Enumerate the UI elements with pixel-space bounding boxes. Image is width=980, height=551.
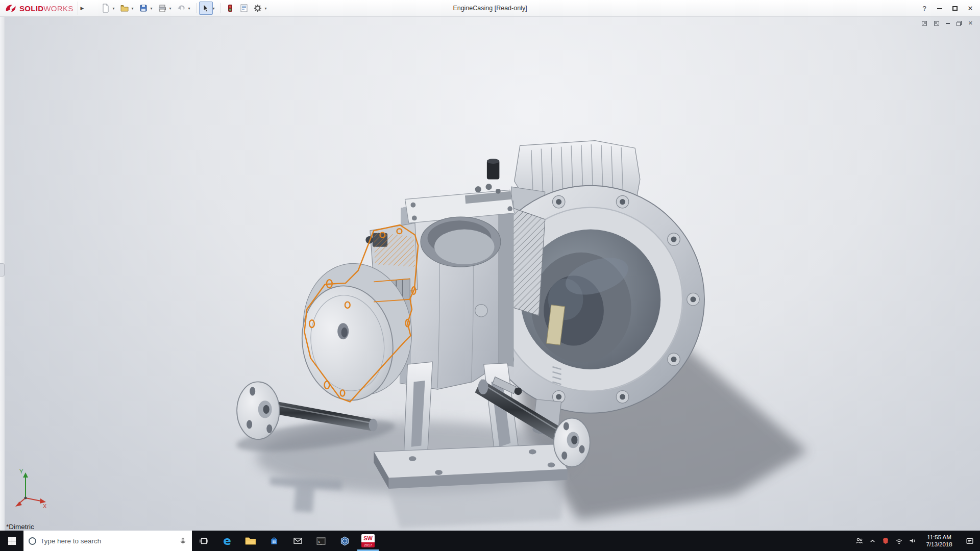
speaker-icon (909, 537, 916, 544)
windows-logo-icon (8, 537, 16, 545)
new-document-button[interactable] (99, 2, 113, 15)
solidworks-brand: SOLIDWORKS (0, 3, 76, 13)
volume-tray-button[interactable] (905, 531, 919, 551)
select-tool-dropdown[interactable]: ▾ (213, 6, 215, 11)
new-document-dropdown[interactable]: ▾ (113, 6, 115, 11)
help-button[interactable]: ? (917, 0, 932, 16)
brand-text-light: WORKS (43, 4, 73, 13)
windows-taskbar: e >_ (0, 531, 980, 551)
maximize-icon (952, 6, 958, 11)
file-explorer-button[interactable] (239, 531, 262, 551)
solidworks-app-button[interactable]: SW 2017 (356, 531, 380, 551)
minimize-icon (937, 8, 942, 9)
wifi-icon (895, 538, 903, 544)
window-controls: ? ✕ (917, 0, 978, 16)
maximize-button[interactable] (947, 0, 963, 16)
close-button[interactable]: ✕ (963, 0, 978, 16)
solidworks-title-bar: SOLIDWORKS ▶ ▾ ▾ ▾ (0, 0, 980, 17)
open-dropdown[interactable]: ▾ (132, 6, 134, 11)
save-dropdown[interactable]: ▾ (151, 6, 153, 11)
doc-pane-right-button[interactable] (934, 20, 940, 27)
mail-app-button[interactable] (286, 531, 309, 551)
solidworks-icon-year: 2017 (361, 542, 375, 547)
doc-close-button[interactable]: ✕ (968, 20, 973, 27)
open-folder-icon (120, 4, 129, 13)
security-tray-button[interactable] (879, 531, 892, 551)
graphics-area[interactable]: ✕ (0, 17, 980, 531)
doc-minimize-button[interactable] (946, 23, 950, 24)
open-button[interactable] (118, 2, 132, 15)
action-center-button[interactable] (960, 531, 980, 551)
featuremanager-expand-tab[interactable] (0, 263, 5, 277)
triad-x-label: X (43, 503, 47, 509)
new-document-icon (101, 4, 110, 13)
clock-date: 7/13/2018 (926, 541, 952, 548)
save-button[interactable] (137, 2, 151, 15)
rebuild-button[interactable] (224, 2, 237, 15)
print-dropdown[interactable]: ▾ (169, 6, 172, 11)
edge-icon: e (223, 535, 231, 547)
edrawings-button[interactable] (333, 531, 356, 551)
hexagon-app-icon (340, 536, 350, 546)
network-tray-button[interactable] (892, 531, 905, 551)
document-window-controls: ✕ (921, 20, 973, 27)
microsoft-store-button[interactable] (262, 531, 286, 551)
menu-flyout-button[interactable]: ▶ (78, 2, 87, 15)
action-center-icon (966, 537, 974, 545)
rebuild-stoplight-icon (226, 4, 235, 13)
command-prompt-button[interactable]: >_ (309, 531, 333, 551)
system-tray: 11:55 AM 7/13/2018 (852, 531, 980, 551)
dassault-systemes-logo-icon (4, 3, 17, 13)
toolbar-separator (220, 3, 221, 13)
clock-time: 11:55 AM (927, 534, 951, 541)
view-orientation-label: *Dimetric (6, 523, 34, 531)
command-prompt-icon: >_ (316, 537, 326, 545)
mail-icon (293, 537, 303, 545)
options-button[interactable] (251, 2, 265, 15)
select-tool-button[interactable] (199, 2, 213, 15)
engine-casing-model[interactable] (0, 17, 980, 531)
save-icon (139, 4, 148, 13)
doc-minimize-icon (946, 23, 950, 24)
options-dropdown[interactable]: ▾ (265, 6, 267, 11)
select-cursor-icon (201, 4, 210, 13)
print-button[interactable] (156, 2, 169, 15)
people-icon (855, 537, 863, 544)
doc-restore-button[interactable] (956, 20, 962, 27)
triad-y-label: Y (19, 468, 23, 474)
print-icon (158, 4, 167, 13)
toolbar-separator (196, 3, 197, 13)
taskbar-search[interactable] (23, 531, 192, 551)
standard-toolbar: ▾ ▾ ▾ ▾ (99, 0, 270, 16)
orientation-triad[interactable]: Y X (9, 466, 52, 509)
taskbar-search-input[interactable] (40, 537, 175, 545)
shield-icon (882, 537, 889, 544)
task-view-icon (200, 537, 208, 545)
cortana-icon (29, 537, 36, 545)
taskbar-clock[interactable]: 11:55 AM 7/13/2018 (919, 531, 960, 551)
file-properties-icon (239, 4, 249, 13)
doc-pane-left-button[interactable] (921, 20, 927, 27)
task-view-button[interactable] (192, 531, 215, 551)
brand-text-bold: SOLID (19, 4, 43, 13)
people-button[interactable] (852, 531, 866, 551)
prompt-glyph: >_ (318, 540, 322, 544)
solidworks-app-icon: SW 2017 (361, 534, 375, 547)
microphone-icon[interactable] (179, 537, 187, 545)
chevron-up-icon (869, 538, 876, 544)
minimize-button[interactable] (932, 0, 947, 16)
store-icon (270, 536, 279, 545)
tray-overflow-button[interactable] (866, 531, 879, 551)
edge-browser-button[interactable]: e (215, 531, 239, 551)
document-title: EngineCasing [Read-only] (453, 0, 527, 16)
undo-icon (177, 4, 186, 13)
undo-button[interactable] (175, 2, 188, 15)
start-button[interactable] (0, 531, 23, 551)
file-explorer-icon (245, 536, 256, 545)
solidworks-icon-text: SW (361, 534, 375, 542)
undo-dropdown[interactable]: ▾ (188, 6, 190, 11)
file-properties-button[interactable] (237, 2, 251, 15)
featuremanager-collapsed-panel (0, 17, 5, 531)
options-gear-icon (253, 4, 262, 13)
